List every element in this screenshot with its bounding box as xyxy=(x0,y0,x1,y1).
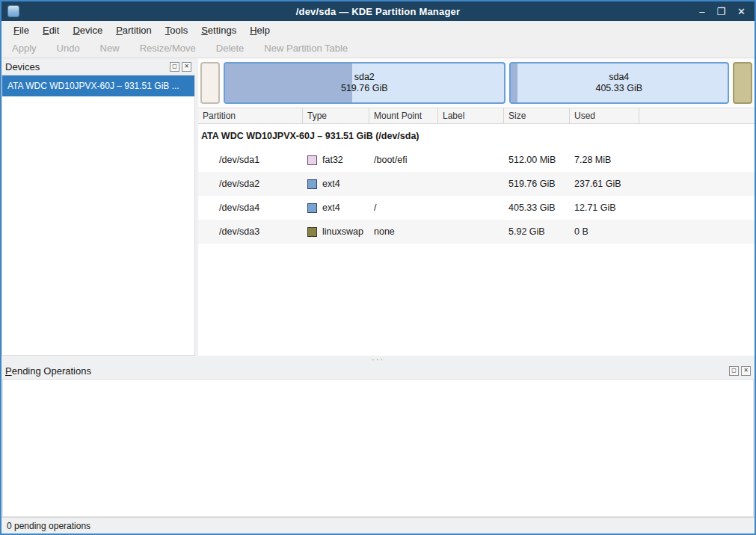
table-row-dev-sda2[interactable]: /dev/sda2ext4519.76 GiB237.61 GiB xyxy=(198,172,755,196)
column-header-mount-point[interactable]: Mount Point xyxy=(369,108,438,123)
close-icon[interactable]: ✕ xyxy=(737,7,746,16)
main-area: Devices ◻ ✕ ATA WDC WD10JPVX-60J – 931.5… xyxy=(1,58,755,356)
cell-used: 12.71 GiB xyxy=(570,202,639,213)
cell-used: 7.28 MiB xyxy=(570,155,639,165)
toolbar-button-apply[interactable]: Apply xyxy=(12,43,37,54)
cell-mount-point: / xyxy=(369,202,438,213)
cell-type: fat32 xyxy=(303,155,369,165)
partition-pane: sda2519.76 GiBsda4405.33 GiB PartitionTy… xyxy=(198,58,755,356)
menu-item-settings[interactable]: Settings xyxy=(195,22,242,38)
table-row-dev-sda3[interactable]: /dev/sda3linuxswapnone5.92 GiB0 B xyxy=(198,220,755,244)
partition-table: PartitionTypeMount PointLabelSizeUsed AT… xyxy=(198,108,755,356)
partition-segment-sda2[interactable]: sda2519.76 GiB xyxy=(224,62,505,104)
cell-partition: /dev/sda4 xyxy=(198,202,303,213)
menu-item-edit[interactable]: Edit xyxy=(37,22,65,38)
partition-segment-size: 405.33 GiB xyxy=(595,83,642,94)
cell-type: linuxswap xyxy=(303,226,369,237)
column-header-type[interactable]: Type xyxy=(303,108,369,123)
partition-segment-sda1[interactable] xyxy=(200,62,220,104)
partition-segment-name: sda4 xyxy=(609,72,629,83)
cell-size: 405.33 GiB xyxy=(504,202,570,213)
partition-bar: sda2519.76 GiBsda4405.33 GiB xyxy=(198,58,755,108)
devices-float-icon[interactable]: ◻ xyxy=(170,62,179,72)
cell-partition: /dev/sda3 xyxy=(198,226,303,237)
partition-segment-sda3[interactable] xyxy=(733,62,752,104)
pending-close-icon[interactable]: ✕ xyxy=(741,366,751,376)
devices-panel-header: Devices ◻ ✕ xyxy=(1,58,195,75)
partition-table-header: PartitionTypeMount PointLabelSizeUsed xyxy=(198,108,755,124)
pending-operations-list xyxy=(2,379,754,517)
toolbar-button-delete[interactable]: Delete xyxy=(216,43,245,54)
pending-operations-header: Pending Operations ◻ ✕ xyxy=(1,362,755,379)
cell-partition: /dev/sda2 xyxy=(198,179,303,189)
partition-segment-name: sda2 xyxy=(354,72,375,83)
menu-item-tools[interactable]: Tools xyxy=(159,22,194,38)
menu-item-help[interactable]: Help xyxy=(244,22,276,38)
toolbar-button-new-partition-table[interactable]: New Partition Table xyxy=(264,43,348,54)
column-header-used[interactable]: Used xyxy=(570,108,639,123)
filesystem-type-label: fat32 xyxy=(322,155,343,165)
devices-list: ATA WDC WD10JPVX-60J – 931.51 GiB ... xyxy=(1,75,195,356)
window-title: /dev/sda — KDE Partition Manager xyxy=(1,6,755,17)
minimize-icon[interactable]: – xyxy=(699,7,704,16)
partition-segment-sda4[interactable]: sda4405.33 GiB xyxy=(509,62,730,104)
toolbar-button-new[interactable]: New xyxy=(100,43,120,54)
cell-partition: /dev/sda1 xyxy=(198,155,303,165)
menu-item-file[interactable]: File xyxy=(7,22,35,38)
pending-float-icon[interactable]: ◻ xyxy=(729,366,739,376)
partition-used-indicator xyxy=(511,64,517,102)
filesystem-color-swatch xyxy=(307,179,317,189)
cell-used: 0 B xyxy=(570,226,639,237)
table-row-dev-sda1[interactable]: /dev/sda1fat32/boot/efi512.00 MiB7.28 Mi… xyxy=(198,148,755,172)
column-header-label[interactable]: Label xyxy=(438,108,504,123)
cell-size: 519.76 GiB xyxy=(504,179,570,189)
table-row-dev-sda4[interactable]: /dev/sda4ext4/405.33 GiB12.71 GiB xyxy=(198,196,755,220)
cell-size: 5.92 GiB xyxy=(504,226,570,237)
partition-segment-size: 519.76 GiB xyxy=(341,83,388,94)
column-header-size[interactable]: Size xyxy=(504,108,570,123)
cell-type: ext4 xyxy=(303,179,369,189)
dock-splitter-handle[interactable]: ··· xyxy=(1,356,755,362)
app-window: /dev/sda — KDE Partition Manager – ❐ ✕ F… xyxy=(0,0,756,535)
cell-size: 512.00 MiB xyxy=(504,155,570,165)
menu-bar: FileEditDevicePartitionToolsSettingsHelp xyxy=(1,21,755,39)
cell-mount-point: /boot/efi xyxy=(369,155,438,165)
filesystem-type-label: ext4 xyxy=(322,202,340,213)
cell-used: 237.61 GiB xyxy=(570,179,639,189)
filesystem-color-swatch xyxy=(307,227,317,237)
partition-used-indicator xyxy=(225,64,352,102)
toolbar-button-undo[interactable]: Undo xyxy=(57,43,80,54)
toolbar: ApplyUndoNewResize/MoveDeleteNew Partiti… xyxy=(1,39,755,58)
table-body: ATA WDC WD10JPVX-60J – 931.51 GiB (/dev/… xyxy=(198,124,755,356)
maximize-icon[interactable]: ❐ xyxy=(716,7,725,16)
status-text: 0 pending operations xyxy=(7,521,90,531)
devices-close-icon[interactable]: ✕ xyxy=(182,62,191,72)
column-header-filler xyxy=(639,108,755,123)
menu-item-device[interactable]: Device xyxy=(67,22,108,38)
devices-panel-title: Devices xyxy=(5,61,40,72)
device-group-header: ATA WDC WD10JPVX-60J – 931.51 GiB (/dev/… xyxy=(198,124,755,148)
filesystem-type-label: linuxswap xyxy=(322,226,363,237)
device-item-sda[interactable]: ATA WDC WD10JPVX-60J – 931.51 GiB ... xyxy=(2,75,194,96)
status-bar: 0 pending operations xyxy=(1,517,755,534)
app-icon xyxy=(7,5,19,17)
toolbar-button-resize-move[interactable]: Resize/Move xyxy=(140,43,196,54)
devices-panel: Devices ◻ ✕ ATA WDC WD10JPVX-60J – 931.5… xyxy=(1,58,195,356)
pending-operations-panel: Pending Operations ◻ ✕ xyxy=(1,362,755,517)
cell-mount-point: none xyxy=(369,226,438,237)
pending-operations-title: Pending Operations xyxy=(5,365,91,377)
menu-item-partition[interactable]: Partition xyxy=(110,22,158,38)
filesystem-color-swatch xyxy=(307,155,317,165)
filesystem-color-swatch xyxy=(307,203,317,213)
filesystem-type-label: ext4 xyxy=(322,179,340,189)
column-header-partition[interactable]: Partition xyxy=(198,108,303,123)
cell-type: ext4 xyxy=(303,202,369,213)
title-bar: /dev/sda — KDE Partition Manager – ❐ ✕ xyxy=(1,1,755,21)
